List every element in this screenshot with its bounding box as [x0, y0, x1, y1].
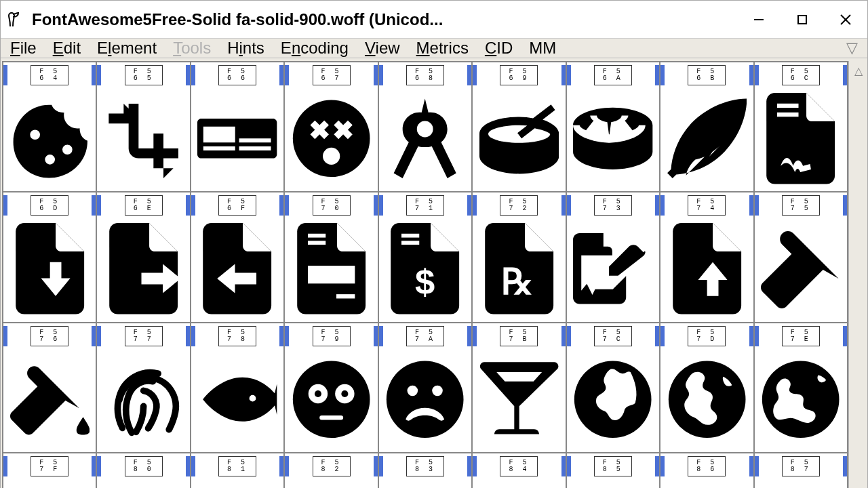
menu-tools: Tools [173, 39, 211, 58]
glyph-cell-file-signature[interactable]: F 57 3 [566, 192, 660, 322]
glyph-cell-file-invoice[interactable]: F 57 0 [284, 192, 378, 322]
glyph-cell-grin-squint[interactable]: F 58 5 [566, 453, 660, 488]
glyph-cell-glass-martini-alt[interactable]: F 57 B [472, 323, 566, 453]
glyph-cell-dizzy[interactable]: F 56 7 [284, 62, 378, 192]
glyph-cell-grin-hearts[interactable]: F 58 4 [472, 453, 566, 488]
glyph-code-label: F 57 3 [594, 195, 632, 216]
glyph-code-label: F 56 F [218, 195, 256, 216]
glyph-cell-file-import[interactable]: F 56 F [191, 192, 284, 322]
glyph-cell-file-prescription[interactable]: F 57 2 ℞ [472, 192, 566, 322]
svg-point-24 [433, 386, 443, 396]
glyph-cell-fill-drip[interactable]: F 57 6 [3, 323, 96, 453]
glyph-cell-file-download[interactable]: F 56 D [3, 192, 96, 322]
glyph-cell-crop-alt[interactable]: F 56 5 [96, 62, 190, 192]
svg-point-4 [293, 100, 370, 177]
svg-rect-13 [401, 241, 419, 245]
globe-africa-icon [567, 346, 659, 452]
glyph-code-label: F 56 C [782, 65, 820, 85]
close-button[interactable] [824, 1, 867, 39]
file-signature-icon [567, 216, 659, 321]
menu-element[interactable]: Element [97, 39, 157, 58]
glyph-code-label: F 56 E [125, 195, 163, 216]
glyph-code-label: F 58 1 [218, 456, 256, 476]
glyph-grid: F 56 4 F 56 5 F 56 6 F 56 7 F 56 8 [2, 61, 848, 488]
glyph-cell-feather-alt[interactable]: F 56 B [660, 62, 753, 192]
svg-rect-8 [308, 234, 326, 238]
svg-rect-9 [308, 241, 326, 245]
glyph-cell-cookie-bite[interactable]: F 56 4 [3, 62, 96, 192]
scroll-up-icon[interactable]: △ [854, 61, 863, 80]
glyph-code-label: F 56 A [594, 65, 632, 85]
crop-alt-icon [97, 85, 189, 191]
svg-point-19 [315, 390, 321, 397]
cookie-bite-icon [3, 85, 96, 191]
menu-overflow-icon[interactable]: ▽ [846, 39, 858, 57]
fill-drip-icon [3, 346, 96, 452]
glyph-cell-file-upload[interactable]: F 57 4 [660, 192, 753, 322]
glyph-cell-globe-africa[interactable]: F 57 C [566, 323, 660, 453]
glyph-code-label: F 56 8 [406, 65, 444, 85]
file-invoice-dollar-icon: $ [379, 216, 471, 321]
grin-beam-icon [285, 476, 377, 488]
app-icon [1, 12, 28, 28]
glyph-cell-grin-squint-tears[interactable]: F 58 6 [660, 453, 753, 488]
glyph-cell-file-contract[interactable]: F 56 C [754, 62, 848, 192]
glyph-code-label: F 58 0 [125, 456, 163, 476]
glyph-cell-grin[interactable]: F 58 0 [96, 453, 190, 488]
drum-steelpan-icon [567, 85, 659, 191]
glyph-cell-fish[interactable]: F 57 8 [191, 323, 284, 453]
glyph-cell-grin-beam[interactable]: F 58 2 [284, 453, 378, 488]
glyph-cell-file-invoice-dollar[interactable]: F 57 1 $ [378, 192, 472, 322]
scrollbar[interactable]: △ [848, 61, 867, 488]
glyph-cell-drafting-compass[interactable]: F 56 8 [378, 62, 472, 192]
menu-metrics[interactable]: Metrics [416, 39, 469, 58]
glyph-cell-grin-stars[interactable]: F 58 7 [754, 453, 848, 488]
glyph-cell-digital-tachograph[interactable]: F 56 6 [191, 62, 284, 192]
glyph-cell-flushed[interactable]: F 57 9 [284, 323, 378, 453]
menu-view[interactable]: View [365, 39, 400, 58]
fill-icon [755, 216, 847, 321]
menu-hints[interactable]: Hints [227, 39, 264, 58]
svg-rect-1 [798, 16, 806, 24]
glyph-cell-fill[interactable]: F 57 5 [754, 192, 848, 322]
menu-file[interactable]: File [10, 39, 37, 58]
glyph-code-label: F 57 D [688, 326, 726, 346]
menu-edit[interactable]: Edit [53, 39, 81, 58]
glyph-cell-grin-alt[interactable]: F 58 1 [191, 453, 284, 488]
menu-mm[interactable]: MM [529, 39, 556, 58]
glyph-cell-drum-steelpan[interactable]: F 56 A [566, 62, 660, 192]
globe-americas-icon [660, 346, 753, 452]
glyph-code-label: F 57 E [782, 326, 820, 346]
glyph-cell-file-export[interactable]: F 56 E [96, 192, 190, 322]
glyph-code-label: F 57 C [594, 326, 632, 346]
glyph-cell-globe-americas[interactable]: F 57 D [660, 323, 753, 453]
menubar: File Edit Element Tools Hints Encoding V… [1, 39, 867, 58]
file-import-icon [191, 216, 283, 321]
glyph-code-label: F 56 6 [218, 65, 256, 85]
file-prescription-icon: ℞ [473, 216, 565, 321]
glyph-cell-drum[interactable]: F 56 9 [472, 62, 566, 192]
glyph-code-label: F 57 6 [31, 326, 68, 346]
glyph-code-label: F 57 8 [218, 326, 256, 346]
menu-encoding[interactable]: Encoding [281, 39, 349, 58]
dizzy-icon [285, 85, 377, 191]
svg-text:$: $ [415, 262, 435, 302]
scroll-track[interactable] [849, 80, 867, 488]
svg-rect-6 [777, 104, 799, 108]
minimize-button[interactable] [737, 1, 781, 39]
glyph-cell-grin-beam-sweat[interactable]: F 58 3 [378, 453, 472, 488]
glyph-code-label: F 57 A [406, 326, 444, 346]
drafting-compass-icon [379, 85, 471, 191]
glyph-cell-grimace[interactable]: F 57 F [3, 453, 96, 488]
glyph-code-label: F 58 4 [500, 456, 538, 476]
menu-cid[interactable]: CID [485, 39, 513, 58]
glyph-code-label: F 58 6 [688, 456, 726, 476]
glyph-cell-globe-asia[interactable]: F 57 E [754, 323, 848, 453]
file-invoice-icon [285, 216, 377, 321]
titlebar[interactable]: FontAwesome5Free-Solid fa-solid-900.woff… [1, 1, 867, 39]
feather-alt-icon [660, 85, 753, 191]
glyph-cell-fingerprint[interactable]: F 57 7 [96, 323, 190, 453]
glyph-cell-frown-open[interactable]: F 57 A [378, 323, 472, 453]
maximize-button[interactable] [781, 1, 824, 39]
svg-point-5 [323, 148, 340, 165]
